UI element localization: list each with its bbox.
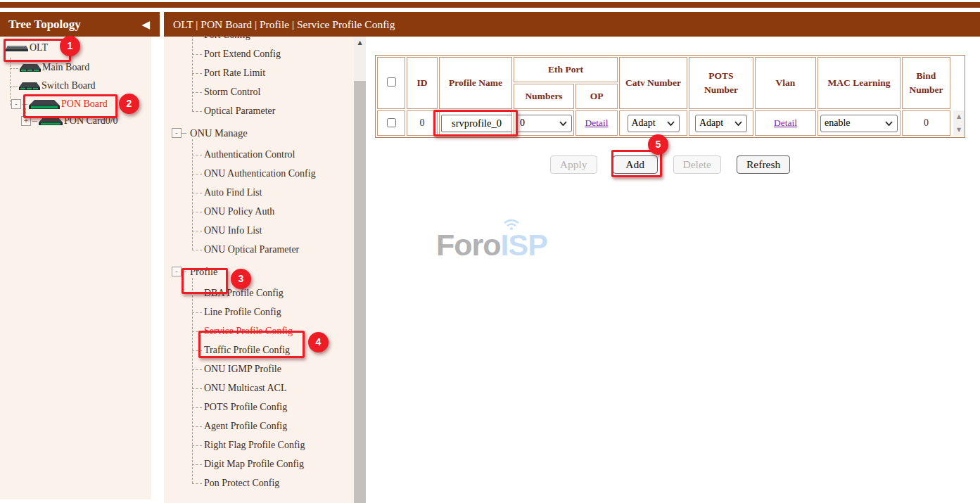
collapse-expander-icon[interactable]: - (172, 267, 182, 276)
menu-item-agent-profile-config[interactable]: Agent Profile Config (164, 419, 354, 433)
action-buttons: Apply Add Delete Refresh (375, 155, 965, 174)
collapse-expander-icon[interactable]: - (172, 128, 182, 138)
menu-item-traffic-profile-config[interactable]: Traffic Profile Config (164, 343, 354, 357)
tree-node-label: PON Card0/0 (64, 115, 118, 127)
menu-section-profile[interactable]: - Profile (164, 264, 354, 279)
menu-item-dba-profile-config[interactable]: DBA Profile Config (164, 286, 354, 300)
menu-item-pon-protect-config[interactable]: Pon Protect Config (164, 476, 354, 490)
menu-item-optical-parameter[interactable]: Optical Parameter (164, 104, 354, 118)
tree-node-label: Main Board (42, 62, 89, 73)
top-strip (0, 2, 980, 8)
chevron-down-icon (667, 121, 675, 126)
col-header-profile-name: Profile Name (439, 57, 512, 109)
chevron-down-icon (885, 121, 893, 126)
breadcrumb-text: OLT | PON Board | Profile | Service Prof… (173, 18, 395, 31)
nav-menu-panel: Port Config Port Extend Config Port Rate… (164, 37, 366, 503)
foroisp-watermark: ForoISP (436, 228, 547, 262)
menu-item-onu-policy-auth[interactable]: ONU Policy Auth (164, 205, 354, 219)
menu-item-pots-profile-config[interactable]: POTS Profile Config (164, 400, 354, 414)
col-header-eth-port: Eth Port (514, 57, 618, 82)
menu-item-right-flag-profile-config[interactable]: Right Flag Profile Config (164, 438, 354, 452)
row-bind-number: 0 (902, 110, 950, 136)
tree-connector (23, 104, 27, 105)
tree-panel-title: Tree Topology (8, 18, 81, 32)
menu-group-port: Port Config Port Extend Config Port Rate… (164, 37, 354, 118)
chevron-down-icon (734, 121, 742, 126)
scroll-up-icon[interactable]: ▲ (957, 113, 961, 120)
board-device-icon (29, 98, 60, 110)
tree-connector (182, 272, 186, 272)
mac-learning-select[interactable]: enable (820, 115, 898, 132)
card-device-icon (39, 117, 63, 126)
menu-item-digit-map-profile-config[interactable]: Digit Map Profile Config (164, 457, 354, 471)
tree-node-olt[interactable]: OLT (6, 42, 48, 53)
tree-node-pon-board[interactable]: - PON Board (11, 98, 108, 110)
col-header-vlan: Vlan (755, 57, 816, 109)
menu-item-authentication-control[interactable]: Authentication Control (164, 148, 354, 162)
select-all-header (377, 57, 405, 109)
wifi-signal-icon (501, 217, 522, 231)
tree-connector (32, 121, 37, 122)
menu-item-onu-authentication-config[interactable]: ONU Authentication Config (164, 167, 354, 181)
delete-button[interactable]: Delete (673, 155, 721, 174)
expand-expander-icon[interactable]: + (21, 116, 31, 126)
menu-item-port-config[interactable]: Port Config (164, 37, 354, 42)
profile-name-input[interactable] (441, 115, 512, 132)
apply-button[interactable]: Apply (550, 155, 597, 174)
pots-number-select[interactable]: Adapt (695, 115, 747, 132)
col-header-pots-number: POTS Number (689, 57, 753, 109)
eth-numbers-select[interactable]: 0 (516, 115, 572, 132)
col-header-numbers: Numbers (514, 84, 574, 109)
eth-op-detail-link[interactable]: Detail (585, 117, 609, 128)
vlan-detail-link[interactable]: Detail (774, 117, 797, 128)
board-device-icon (19, 82, 40, 91)
menu-section-onu-manage[interactable]: - ONU Manage (164, 125, 354, 141)
olt-device-icon (6, 44, 28, 52)
profile-table: ID Profile Name Eth Port Catv Number POT… (376, 56, 952, 137)
tree-node-main-board[interactable]: Main Board (20, 62, 89, 73)
menu-item-port-rate-limit[interactable]: Port Rate Limit (164, 66, 354, 80)
menu-scrollbar[interactable]: ▲ (354, 37, 366, 503)
row-checkbox[interactable] (387, 118, 396, 127)
col-header-mac-learning: MAC Learning (817, 57, 901, 109)
table-row: 0 0 Detail Adapt (377, 110, 950, 136)
table-scrollbar[interactable]: ▲ ▼ (953, 110, 965, 136)
breadcrumb: OLT | PON Board | Profile | Service Prof… (164, 12, 980, 37)
collapse-panel-icon[interactable]: ◀ (141, 18, 150, 31)
scroll-down-icon[interactable]: ▼ (957, 127, 961, 133)
scroll-up-icon[interactable]: ▲ (354, 37, 366, 48)
collapse-expander-icon[interactable]: - (11, 99, 21, 109)
tree-connector (10, 58, 11, 106)
col-header-bind-number: Bind Number (902, 57, 950, 109)
menu-item-port-extend-config[interactable]: Port Extend Config (164, 47, 354, 61)
tree-panel-header: Tree Topology ◀ (0, 12, 160, 37)
add-button[interactable]: Add (613, 155, 658, 174)
scrollbar-thumb[interactable] (354, 81, 366, 503)
tree-node-switch-board[interactable]: Switch Board (19, 80, 96, 91)
menu-item-onu-optical-parameter[interactable]: ONU Optical Parameter (164, 243, 354, 257)
select-all-checkbox[interactable] (387, 77, 396, 87)
menu-item-onu-multicast-acl[interactable]: ONU Multicast ACL (164, 381, 354, 395)
menu-item-storm-control[interactable]: Storm Control (164, 85, 354, 99)
col-header-catv-number: Catv Number (619, 57, 687, 109)
catv-number-select[interactable]: Adapt (628, 115, 680, 132)
menu-item-line-profile-config[interactable]: Line Profile Config (164, 305, 354, 319)
service-profile-table: ID Profile Name Eth Port Catv Number POT… (375, 55, 965, 138)
tree-topology-panel: OLT Main Board Switch Board - PON Board … (0, 37, 151, 499)
refresh-button[interactable]: Refresh (737, 155, 790, 174)
chevron-down-icon (559, 121, 567, 126)
tree-connector (10, 68, 18, 69)
menu-item-auto-find-list[interactable]: Auto Find List (164, 186, 354, 200)
olt-web-ui: Tree Topology ◀ OLT | PON Board | Profil… (0, 0, 980, 503)
tree-node-pon-card[interactable]: + PON Card0/0 (21, 115, 118, 127)
menu-item-onu-igmp-profile[interactable]: ONU IGMP Profile (164, 362, 354, 376)
row-id: 0 (407, 110, 438, 136)
col-header-op: OP (575, 84, 618, 109)
menu-item-service-profile-config[interactable]: Service Profile Config (164, 324, 354, 338)
col-header-id: ID (407, 57, 438, 109)
service-profile-content: ID Profile Name Eth Port Catv Number POT… (366, 37, 980, 503)
board-device-icon (20, 63, 41, 72)
tree-node-label: OLT (30, 42, 48, 53)
menu-item-onu-info-list[interactable]: ONU Info List (164, 224, 354, 238)
tree-connector (182, 133, 186, 134)
